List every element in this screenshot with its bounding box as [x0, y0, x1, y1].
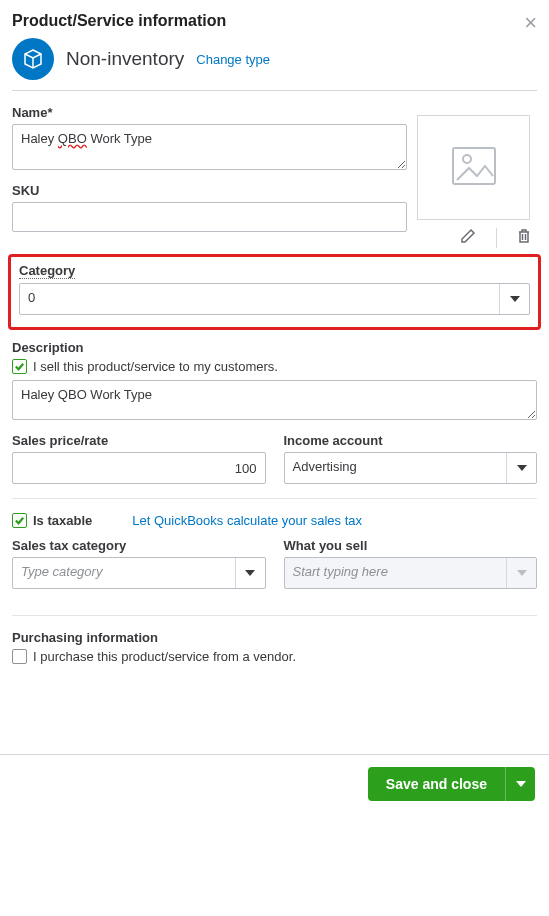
- image-placeholder-icon: [451, 146, 497, 189]
- calc-tax-link[interactable]: Let QuickBooks calculate your sales tax: [132, 513, 362, 528]
- close-icon[interactable]: ×: [524, 12, 537, 34]
- product-type-label: Non-inventory: [66, 48, 184, 70]
- description-heading: Description: [12, 340, 537, 355]
- purchase-checkbox-label: I purchase this product/service from a v…: [33, 649, 296, 664]
- taxable-checkbox[interactable]: [12, 513, 27, 528]
- sales-price-label: Sales price/rate: [12, 433, 266, 448]
- purchasing-heading: Purchasing information: [12, 630, 537, 645]
- category-select[interactable]: 0: [19, 283, 530, 315]
- what-you-sell-select: Start typing here: [284, 557, 538, 589]
- income-account-value: Advertising: [285, 453, 507, 483]
- icon-divider: [496, 228, 497, 248]
- tax-category-placeholder: Type category: [13, 558, 235, 588]
- what-you-sell-placeholder: Start typing here: [285, 558, 507, 588]
- tax-category-label: Sales tax category: [12, 538, 266, 553]
- divider: [12, 615, 537, 616]
- image-upload-area[interactable]: [417, 115, 530, 220]
- income-account-label: Income account: [284, 433, 538, 448]
- category-highlight: Category 0: [8, 254, 541, 330]
- divider: [12, 90, 537, 91]
- what-you-sell-label: What you sell: [284, 538, 538, 553]
- description-input[interactable]: Haley QBO Work Type: [12, 380, 537, 420]
- sku-input[interactable]: [12, 202, 407, 232]
- save-split-caret[interactable]: [505, 767, 535, 801]
- package-icon: [12, 38, 54, 80]
- svg-point-1: [463, 155, 471, 163]
- purchase-checkbox[interactable]: [12, 649, 27, 664]
- sell-checkbox-label: I sell this product/service to my custom…: [33, 359, 278, 374]
- divider: [12, 498, 537, 499]
- edit-icon[interactable]: [460, 228, 476, 248]
- sku-label: SKU: [12, 183, 407, 198]
- chevron-down-icon[interactable]: [506, 453, 536, 483]
- change-type-link[interactable]: Change type: [196, 52, 270, 67]
- save-button-label: Save and close: [368, 767, 505, 801]
- sales-price-input[interactable]: [12, 452, 266, 484]
- name-label: Name*: [12, 105, 407, 120]
- chevron-down-icon[interactable]: [235, 558, 265, 588]
- chevron-down-icon[interactable]: [499, 284, 529, 314]
- tax-category-select[interactable]: Type category: [12, 557, 266, 589]
- income-account-select[interactable]: Advertising: [284, 452, 538, 484]
- sell-checkbox[interactable]: [12, 359, 27, 374]
- trash-icon[interactable]: [517, 228, 531, 248]
- chevron-down-icon: [506, 558, 536, 588]
- name-input[interactable]: [12, 124, 407, 170]
- category-label: Category: [19, 263, 530, 279]
- save-and-close-button[interactable]: Save and close: [368, 767, 535, 801]
- taxable-label: Is taxable: [33, 513, 92, 528]
- category-value: 0: [20, 284, 499, 314]
- dialog-title: Product/Service information: [12, 12, 226, 30]
